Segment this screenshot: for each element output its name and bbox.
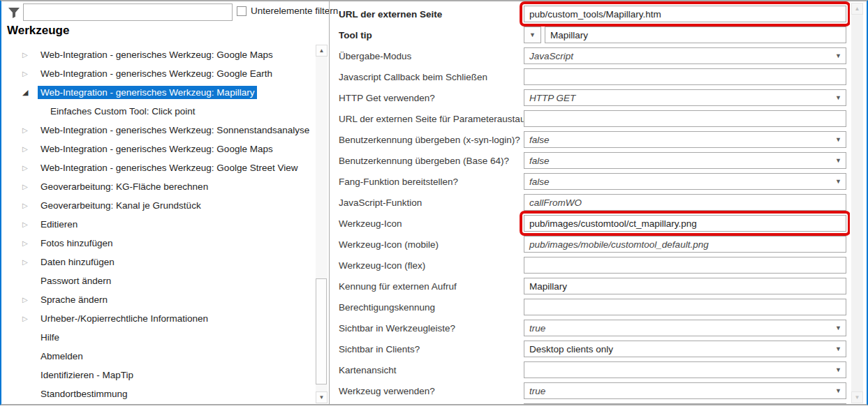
- text-input[interactable]: [524, 403, 846, 404]
- tree-item[interactable]: Identifizieren - MapTip: [1, 368, 136, 382]
- combo-box[interactable]: false▼: [524, 131, 846, 148]
- tree-item[interactable]: ▷Web-Integration - generisches Werkzeug:…: [1, 160, 300, 174]
- form-field: true▼: [524, 382, 846, 399]
- text-input[interactable]: [524, 68, 846, 85]
- form-row-label: Werkzeug-Icon: [339, 218, 402, 229]
- tree-expander-collapsed-icon[interactable]: ▷: [22, 164, 38, 172]
- text-input[interactable]: pub/custom_tools/Mapillary.htm: [524, 6, 846, 22]
- form-row: Übergabe-ModusJavaScript▼: [330, 47, 850, 65]
- form-scrollbar[interactable]: ▲ ▼: [851, 3, 863, 403]
- combo-box[interactable]: Desktop clients only▼: [524, 341, 846, 357]
- combo-box[interactable]: false▼: [524, 152, 846, 169]
- combo-box[interactable]: true▼: [524, 320, 846, 336]
- text-input[interactable]: Mapillary: [524, 278, 846, 294]
- text-input[interactable]: [524, 110, 846, 127]
- text-input[interactable]: pub/images/customtool/ct_mapillary.png: [524, 215, 846, 232]
- chevron-down-icon[interactable]: ▼: [835, 366, 841, 373]
- tree-expander-expanded-icon[interactable]: ◢: [22, 88, 38, 97]
- form-row-label: Fang-Funktion bereitstellen?: [339, 177, 458, 187]
- tree-item[interactable]: ▷Geoverarbeitung: KG-Fläche berechnen: [1, 179, 211, 193]
- chevron-down-icon[interactable]: ▼: [835, 178, 841, 185]
- scroll-down-arrow-icon[interactable]: ▼: [316, 391, 328, 403]
- form-field: Desktop clients only▼: [524, 341, 846, 357]
- tree-item[interactable]: ▷Daten hinzufügen: [1, 255, 117, 269]
- form-row-label: Werkzeug-Icon (mobile): [339, 239, 439, 250]
- chevron-down-icon[interactable]: ▼: [835, 94, 841, 101]
- tree-expander-collapsed-icon[interactable]: ▷: [22, 51, 38, 59]
- form-row-label: JavaScript-Funktion: [339, 197, 422, 208]
- text-input[interactable]: [524, 299, 846, 315]
- tree-item[interactable]: Hilfe: [1, 330, 62, 344]
- tree-item[interactable]: ▷Web-Integration - generisches Werkzeug:…: [1, 123, 312, 137]
- tree-expander-collapsed-icon[interactable]: ▷: [22, 296, 38, 304]
- form-row-label: Tool tip: [339, 30, 372, 40]
- text-input[interactable]: [524, 257, 846, 274]
- chevron-down-icon[interactable]: ▼: [835, 52, 841, 59]
- field-value: pub/custom_tools/Mapillary.htm: [529, 9, 661, 20]
- tree-item-label: Daten hinzufügen: [38, 255, 117, 269]
- field-value: Mapillary: [550, 30, 588, 40]
- chevron-down-icon[interactable]: ▼: [835, 387, 841, 394]
- highlighted-field: pub/images/customtool/ct_mapillary.png: [524, 215, 846, 232]
- combo-box[interactable]: JavaScript▼: [524, 47, 846, 64]
- chevron-down-icon[interactable]: ▼: [835, 345, 841, 352]
- tree-expander-collapsed-icon[interactable]: ▷: [22, 258, 38, 266]
- form-row-label: Sichtbar in Clients?: [339, 344, 420, 354]
- field-value: false: [529, 177, 550, 187]
- tree-expander-collapsed-icon[interactable]: ▷: [22, 202, 38, 209]
- tree-expander-collapsed-icon[interactable]: ▷: [22, 221, 38, 228]
- field-value: Mapillary: [529, 281, 567, 292]
- field-value: pub/images/customtool/ct_mapillary.png: [529, 218, 697, 229]
- tree-item[interactable]: ▷Sprache ändern: [1, 292, 110, 306]
- tree-item[interactable]: ▷Urheber-/Kopierrechtliche Informationen: [1, 311, 211, 325]
- tree-expander-collapsed-icon[interactable]: ▷: [22, 183, 38, 190]
- combo-box[interactable]: true▼: [524, 382, 846, 399]
- form-row-label: Werkzeug verwenden?: [339, 386, 435, 396]
- subelements-filter-checkbox[interactable]: [237, 6, 247, 16]
- form-row: URL der externen Seite für Parameteraust…: [330, 110, 850, 128]
- form-field: false▼: [524, 152, 846, 169]
- tree-item[interactable]: ▷Geoverarbeitung: Kanal je Grundstück: [1, 198, 204, 212]
- filter-input[interactable]: [23, 3, 233, 21]
- tree-item[interactable]: Einfaches Custom Tool: Click point: [1, 104, 198, 118]
- scroll-up-arrow-icon[interactable]: ▲: [316, 45, 328, 57]
- tree-expander-collapsed-icon[interactable]: ▷: [22, 126, 38, 134]
- tree-item-label: Standortbestimmung: [38, 387, 131, 401]
- tree-expander-collapsed-icon[interactable]: ▷: [22, 70, 38, 77]
- combo-box[interactable]: false▼: [524, 173, 846, 190]
- tree-item[interactable]: ◢Web-Integration - generisches Werkzeug:…: [1, 85, 257, 99]
- text-input[interactable]: callFromWO: [524, 194, 846, 211]
- tree-expander-collapsed-icon[interactable]: ▷: [22, 315, 38, 322]
- tree-item[interactable]: Passwort ändern: [1, 274, 114, 287]
- form-row: Kartenansicht▼: [330, 361, 850, 379]
- tree-item-label: Geoverarbeitung: KG-Fläche berechnen: [38, 180, 211, 193]
- form-row-label: HTTP Get verwenden?: [339, 93, 435, 103]
- tree-item[interactable]: ▷Fotos hinzufügen: [1, 236, 116, 250]
- combo-box[interactable]: ▼: [524, 361, 846, 378]
- tree-expander-collapsed-icon[interactable]: ▷: [22, 145, 38, 153]
- scroll-up-arrow-icon[interactable]: ▲: [851, 3, 863, 15]
- scroll-down-arrow-icon[interactable]: ▼: [851, 391, 863, 403]
- tree-item[interactable]: Abmelden: [1, 349, 86, 363]
- tree-item[interactable]: ▷Web-Integration - generisches Werkzeug:…: [1, 47, 276, 61]
- form-row-label: Benutzerkennung übergeben (x-syn-login)?: [339, 135, 520, 145]
- tree-expander-collapsed-icon[interactable]: ▷: [22, 239, 38, 247]
- tree-item[interactable]: ▷Web-Integration - generisches Werkzeug:…: [1, 142, 276, 156]
- tree-item[interactable]: ▷Web-Integration - generisches Werkzeug:…: [1, 66, 275, 80]
- chevron-down-icon[interactable]: ▼: [835, 136, 841, 143]
- chevron-down-icon[interactable]: ▼: [835, 324, 841, 331]
- text-input[interactable]: pub/images/mobile/customtool_default.png: [524, 236, 846, 253]
- form-field: HTTP GET▼: [524, 89, 846, 106]
- tree-scrollbar-thumb[interactable]: [316, 278, 327, 384]
- text-input[interactable]: Mapillary: [545, 27, 846, 43]
- tree-item[interactable]: Standortbestimmung: [1, 387, 131, 401]
- tooltip-dropdown-button[interactable]: ▼: [524, 27, 541, 43]
- form-field: true▼: [524, 320, 846, 336]
- chevron-down-icon[interactable]: ▼: [835, 157, 841, 164]
- field-value: true: [529, 323, 545, 334]
- form-row: Werkzeug-Icon (mobile)pub/images/mobile/…: [330, 235, 850, 253]
- combo-box[interactable]: HTTP GET▼: [524, 89, 846, 106]
- tree-scrollbar[interactable]: ▲ ▼: [316, 45, 328, 403]
- tree-item[interactable]: ▷Editieren: [1, 217, 80, 231]
- form-row: Kennung für externen AufrufMapillary: [330, 277, 850, 295]
